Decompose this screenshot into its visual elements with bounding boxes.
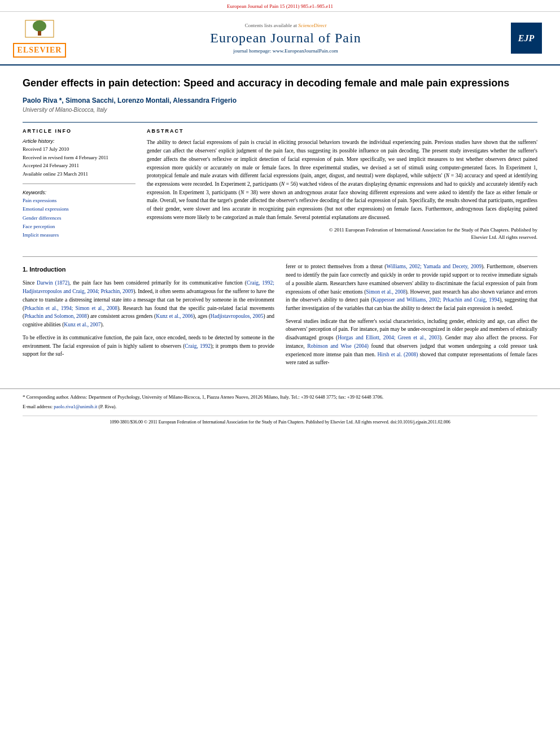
elsevier-tree-icon — [20, 18, 59, 43]
body-left-column: 1. Introduction Since Darwin (1872), the… — [23, 263, 274, 372]
journal-header: ELSEVIER Contents lists available at Sci… — [0, 12, 560, 65]
elsevier-wordmark: ELSEVIER — [13, 43, 67, 58]
journal-citation-text: European Journal of Pain 15 (2011) 985.e… — [227, 3, 333, 9]
body-columns: 1. Introduction Since Darwin (1872), the… — [23, 263, 537, 372]
journal-title: European Journal of Pain — [68, 30, 504, 46]
elsevier-logo-area: ELSEVIER — [11, 18, 68, 59]
author-affiliation: University of Milano-Bicocca, Italy — [23, 107, 537, 113]
abstract-text: The ability to detect facial expressions… — [147, 138, 537, 241]
info-abstract-section: ARTICLE INFO Article history: Received 1… — [23, 122, 537, 245]
ejp-logo: EJP — [511, 23, 542, 54]
keyword-4: Face perception — [23, 222, 135, 231]
author-email[interactable]: paolo.riva1@unimib.it — [54, 404, 97, 409]
intro-paragraph-3: ferer or to protect themselves from a th… — [286, 263, 537, 312]
intro-paragraph-2: To be effective in its communicative fun… — [23, 334, 274, 359]
keywords-section: Keywords: Pain expressions Emotional exp… — [23, 190, 135, 239]
abstract-copyright: © 2011 European Federation of Internatio… — [147, 226, 537, 242]
ejp-logo-area: EJP — [504, 23, 549, 54]
article-history: Article history: Received 17 July 2010 R… — [23, 138, 135, 178]
article-title: Gender effects in pain detection: Speed … — [23, 77, 537, 90]
info-divider — [23, 184, 135, 184]
sciencedirect-link[interactable]: ScienceDirect — [298, 23, 326, 28]
body-right-column: ferer or to protect themselves from a th… — [286, 263, 537, 372]
keywords-label: Keywords: — [23, 190, 135, 195]
keyword-5: Implicit measures — [23, 231, 135, 239]
footnote-1: * Corresponding author. Address: Departm… — [23, 394, 537, 401]
authors: Paolo Riva *, Simona Sacchi, Lorenzo Mon… — [23, 97, 537, 104]
article-info-column: ARTICLE INFO Article history: Received 1… — [23, 128, 135, 245]
journal-citation-bar: European Journal of Pain 15 (2011) 985.e… — [0, 0, 560, 12]
footnote-email: E-mail address: paolo.riva1@unimib.it (P… — [23, 403, 537, 410]
intro-paragraph-4: Several studies indicate that the suffer… — [286, 317, 537, 367]
intro-paragraph-1: Since Darwin (1872), the pain face has b… — [23, 279, 274, 329]
article-content: Gender effects in pain detection: Speed … — [0, 65, 560, 383]
date-received: Received 17 July 2010 — [23, 145, 135, 153]
svg-rect-2 — [38, 31, 41, 36]
history-label: Article history: — [23, 138, 135, 144]
journal-title-area: Contents lists available at ScienceDirec… — [68, 23, 504, 54]
date-accepted: Accepted 24 February 2011 — [23, 161, 135, 169]
copyright-footer: 1090-3801/$36.00 © 2011 European Federat… — [23, 416, 537, 425]
sciencedirect-line: Contents lists available at ScienceDirec… — [68, 23, 504, 28]
keywords-list: Pain expressions Emotional expressions G… — [23, 196, 135, 239]
article-footer: * Corresponding author. Address: Departm… — [0, 388, 560, 429]
footer-text: 1090-3801/$36.00 © 2011 European Federat… — [110, 420, 450, 425]
introduction-heading: 1. Introduction — [23, 265, 274, 274]
keyword-1: Pain expressions — [23, 196, 135, 205]
svg-point-1 — [33, 20, 46, 32]
article-info-label: ARTICLE INFO — [23, 128, 135, 134]
date-revised: Received in revised form 4 February 2011 — [23, 154, 135, 161]
date-online: Available online 23 March 2011 — [23, 170, 135, 178]
abstract-paragraph-1: The ability to detect facial expressions… — [147, 138, 537, 221]
abstract-column: ABSTRACT The ability to detect facial ex… — [147, 128, 537, 245]
abstract-label: ABSTRACT — [147, 128, 537, 134]
article-dates: Received 17 July 2010 Received in revise… — [23, 145, 135, 178]
section-divider — [23, 256, 537, 257]
keyword-3: Gender differences — [23, 214, 135, 222]
keyword-2: Emotional expressions — [23, 205, 135, 213]
journal-homepage: journal homepage: www.EuropeanJournalPai… — [68, 48, 504, 54]
